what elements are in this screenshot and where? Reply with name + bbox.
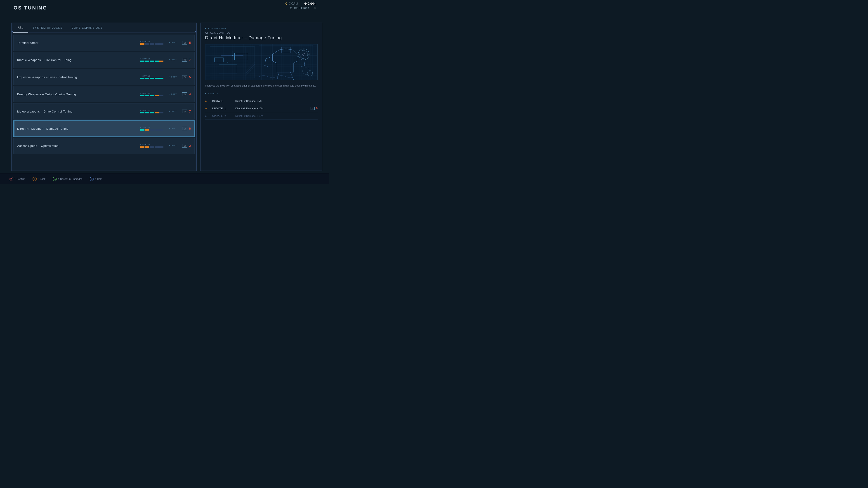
status-bar-cyan (150, 78, 154, 79)
tuning-category: ATTACK CONTROL (205, 31, 318, 34)
cost-chip-icon (182, 109, 187, 113)
status-bar-cyan (150, 95, 154, 96)
cost-section: COST (169, 76, 177, 78)
tab-system-unlocks[interactable]: SYSTEM UNLOCKS (28, 23, 67, 33)
status-label: STATUS (141, 58, 163, 60)
item-meta: STATUS COST 7 (141, 58, 191, 62)
status-bar-empty (159, 129, 163, 131)
upgrade-label: INSTALL (212, 100, 232, 102)
bottom-action-label: Help (97, 177, 102, 180)
cost-label: COST (169, 93, 177, 95)
cost-value-section: 5 (182, 41, 191, 44)
list-item[interactable]: Terminal Armor STATUS COST 5 (13, 35, 195, 51)
status-section-title: STATUS (205, 92, 318, 95)
tab-bar: ◀ ALL SYSTEM UNLOCKS CORE EXPANSIONS ▶ (11, 23, 196, 33)
status-bar-cyan (145, 78, 149, 79)
upgrade-row: » UPDATE .1 Direct Hit Damage: +10% ⊡ 6 (205, 105, 318, 112)
list-item[interactable]: Energy Weapons – Output Control Tuning S… (13, 86, 195, 102)
tab-core-expansions[interactable]: CORE EXPANSIONS (67, 23, 107, 33)
status-bar-empty (145, 43, 149, 45)
item-name: Access Speed – Optimization (17, 144, 141, 148)
tuning-description: Improves the precision of attacks agains… (205, 84, 318, 88)
status-label: STATUS (141, 75, 163, 77)
svg-point-14 (232, 55, 233, 56)
cost-value: 7 (189, 58, 191, 62)
bottom-action-label: Reset OS Upgrades (60, 177, 82, 180)
page-title: OS TUNING (13, 5, 47, 11)
bottom-action-label: Back (40, 177, 45, 180)
status-bar-cyan (155, 61, 159, 62)
list-item[interactable]: Direct Hit Modifier – Damage Tuning STAT… (13, 121, 195, 137)
list-item[interactable]: Kinetic Weapons – Fire Control Tuning ST… (13, 52, 195, 68)
coam-label: COAM (289, 2, 298, 5)
controller-btn-icon: □ (90, 177, 94, 181)
cost-chip-icon (182, 75, 187, 79)
list-item[interactable]: Explosive Weapons – Fuse Control Tuning … (13, 69, 195, 85)
status-bar-orange (155, 112, 159, 113)
status-bar-orange (159, 61, 163, 62)
status-section: STATUS (141, 109, 163, 113)
status-bars (141, 95, 163, 96)
status-bar-cyan (141, 61, 145, 62)
upgrade-list: » INSTALL Direct Hit Damage: +5% » UPDAT… (205, 97, 318, 120)
cost-chip-icon (182, 92, 187, 96)
status-bar-cyan (145, 61, 149, 62)
cost-value-section: 7 (182, 109, 191, 113)
status-bar-orange (145, 147, 149, 148)
bottom-action-colon: : (38, 177, 39, 180)
status-bar-empty (155, 147, 159, 148)
chip-label: OST Chips (294, 6, 309, 10)
cost-chip-icon (182, 144, 187, 148)
status-label: STATUS (141, 127, 163, 129)
status-bar-cyan (150, 112, 154, 113)
cost-value-section: 4 (182, 92, 191, 96)
coam-value: 449,044 (300, 2, 315, 5)
upgrade-arrow-icon: » (205, 99, 210, 103)
tab-all[interactable]: ALL (13, 23, 28, 33)
bottom-action-colon: : (14, 177, 15, 180)
bottom-action[interactable]: □ : Help (90, 177, 102, 181)
tab-nav-left-icon[interactable]: ◀ (11, 30, 13, 33)
cost-chip-icon (182, 127, 187, 130)
cost-label: COST (169, 59, 177, 61)
status-bars (141, 129, 163, 131)
status-bars (141, 43, 163, 45)
status-bar-cyan (155, 78, 159, 79)
item-meta: STATUS COST 5 (141, 75, 191, 79)
status-label: STATUS (141, 92, 163, 94)
status-section: STATUS (141, 75, 163, 79)
cost-value: 4 (189, 92, 191, 96)
bottom-bar: ✕ : Confirm ○ : Back △ : Reset OS Upgrad… (0, 173, 329, 184)
bottom-action[interactable]: ✕ : Confirm (9, 177, 25, 181)
item-name: Direct Hit Modifier – Damage Tuning (17, 127, 141, 130)
item-meta: STATUS COST 5 (141, 41, 191, 45)
status-bar-empty (159, 147, 163, 148)
status-bar-cyan (141, 112, 145, 113)
status-bars (141, 60, 163, 62)
item-name: Terminal Armor (17, 41, 141, 44)
cost-value: 5 (189, 41, 191, 44)
chip-icon: ⊡ (290, 6, 292, 10)
cost-value: 5 (189, 75, 191, 79)
list-item[interactable]: Access Speed – Optimization STATUS COST … (13, 138, 195, 154)
bottom-action[interactable]: △ : Reset OS Upgrades (53, 177, 83, 181)
cost-chip-icon (182, 41, 187, 44)
upgrade-cost-value: 6 (316, 107, 318, 110)
cost-value: 7 (189, 109, 191, 113)
bottom-action[interactable]: ○ : Back (33, 177, 46, 181)
list-item[interactable]: Melee Weapons – Drive Control Tuning STA… (13, 103, 195, 120)
upgrade-cost-chip-icon: ⊡ (311, 107, 315, 110)
status-bar-cyan (145, 112, 149, 113)
upgrade-effect: Direct Hit Damage: +15% (235, 115, 318, 117)
cost-value: 2 (189, 144, 191, 148)
upgrade-row: » INSTALL Direct Hit Damage: +5% (205, 97, 318, 105)
bottom-action-colon: : (58, 177, 59, 180)
tab-nav-right-icon[interactable]: ▶ (195, 30, 196, 33)
status-bar-orange (141, 43, 145, 45)
status-bar-orange (145, 129, 149, 131)
status-bars (141, 112, 163, 113)
item-name: Kinetic Weapons – Fire Control Tuning (17, 58, 141, 62)
upgrade-arrow-icon: » (205, 114, 210, 118)
status-bar-orange (155, 95, 159, 96)
cost-section: COST (169, 144, 177, 147)
